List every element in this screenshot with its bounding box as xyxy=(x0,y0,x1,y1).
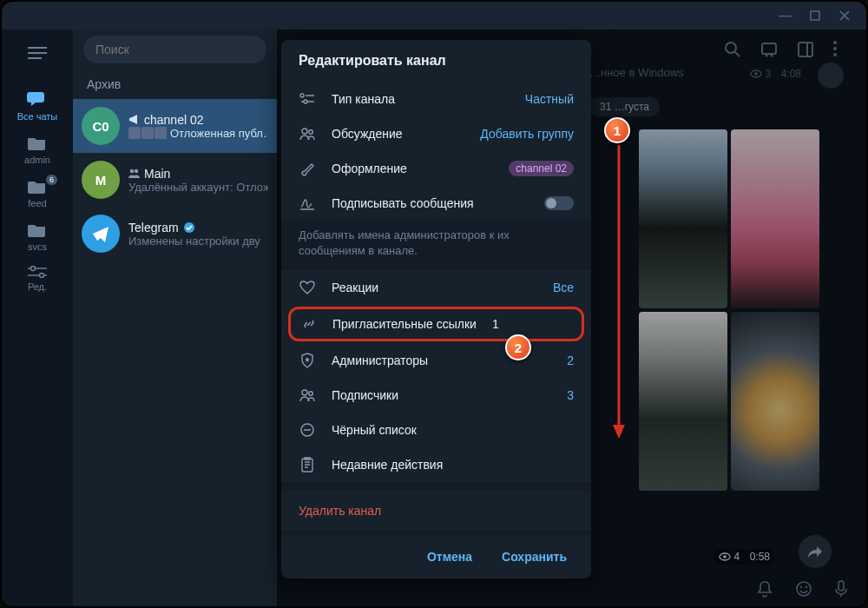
annotation-arrow xyxy=(611,145,627,440)
maximize-icon xyxy=(810,10,820,21)
row-recent-actions[interactable]: Недавние действия xyxy=(281,447,591,482)
cancel-button[interactable]: Отмена xyxy=(417,543,483,571)
rail-admin[interactable]: admin xyxy=(2,129,73,172)
chat-subtitle: Отложенная публ… xyxy=(170,127,268,140)
search-bar xyxy=(73,30,277,69)
sign-toggle[interactable] xyxy=(544,196,574,210)
chats-icon xyxy=(27,90,48,108)
svg-point-27 xyxy=(309,392,313,396)
close-icon xyxy=(839,10,850,21)
archive-label: Архив xyxy=(87,77,121,91)
row-value: 3 xyxy=(567,388,574,402)
folder-icon xyxy=(28,222,47,238)
row-value: Все xyxy=(553,281,574,294)
row-value: Добавить группу xyxy=(480,127,574,141)
unread-badge: 6 xyxy=(46,175,57,185)
group-icon xyxy=(128,168,140,179)
link-icon xyxy=(301,316,317,332)
svg-rect-0 xyxy=(811,11,819,20)
svg-marker-31 xyxy=(613,425,625,439)
chat-item-telegram[interactable]: Telegram Изменены настройки дву xyxy=(73,207,277,261)
row-subscribers[interactable]: Подписчики 3 xyxy=(281,378,591,413)
archive-row[interactable]: Архив xyxy=(73,69,277,99)
svg-point-23 xyxy=(304,100,307,103)
row-channel-type[interactable]: Тип канала Частный xyxy=(281,82,591,116)
window-minimize-button[interactable]: — xyxy=(771,5,800,26)
group-icon xyxy=(299,127,315,141)
appearance-chip: channel 02 xyxy=(509,161,574,176)
chat-title: Telegram xyxy=(128,221,179,235)
row-reactions[interactable]: Реакции Все xyxy=(281,270,591,305)
annotation-marker-2: 2 xyxy=(505,334,531,360)
modal-title: Редактировать канал xyxy=(281,40,591,82)
rail-feed[interactable]: 6 feed xyxy=(2,172,73,215)
row-label: Подписчики xyxy=(332,388,551,402)
row-blacklist[interactable]: Чёрный список xyxy=(281,413,591,447)
verified-icon xyxy=(183,221,195,234)
rail-edit[interactable]: Ред. xyxy=(2,259,73,299)
window-titlebar: — xyxy=(2,2,866,30)
media-thumbs xyxy=(128,127,167,139)
svg-point-3 xyxy=(130,169,135,174)
chat-subtitle: Удалённый аккаунт: Отлож xyxy=(128,181,268,194)
rail-label: Ред. xyxy=(28,281,47,292)
svg-point-22 xyxy=(300,94,304,97)
folder-icon xyxy=(28,179,47,195)
row-label: Оформление xyxy=(332,162,493,175)
menu-icon xyxy=(28,47,47,59)
row-value: Частный xyxy=(525,92,574,106)
svg-point-1 xyxy=(31,267,36,271)
save-button[interactable]: Сохранить xyxy=(491,543,577,571)
members-icon xyxy=(299,388,315,402)
chat-list-column: Архив C0 channel 02 Отложенная публ… M M… xyxy=(73,30,277,606)
heart-icon xyxy=(299,281,315,294)
telegram-icon xyxy=(90,223,111,244)
rail-label: svcs xyxy=(28,241,47,252)
svg-point-24 xyxy=(302,129,307,134)
svg-point-2 xyxy=(40,274,44,278)
log-icon xyxy=(300,457,314,473)
type-icon xyxy=(299,93,315,105)
signature-icon xyxy=(299,196,315,210)
megaphone-icon xyxy=(128,114,140,125)
rail-svcs[interactable]: svcs xyxy=(2,215,73,259)
rail-label: Все чаты xyxy=(17,111,58,122)
minimize-icon: — xyxy=(779,8,792,23)
main-menu-button[interactable] xyxy=(28,38,47,68)
row-sign-messages[interactable]: Подписывать сообщения xyxy=(281,186,591,221)
ban-icon xyxy=(299,422,315,438)
row-discussion[interactable]: Обсуждение Добавить группу xyxy=(281,116,591,151)
svg-point-25 xyxy=(309,130,313,135)
window-close-button[interactable] xyxy=(830,5,859,26)
window-maximize-button[interactable] xyxy=(800,5,830,26)
row-appearance[interactable]: Оформление channel 02 xyxy=(281,151,591,186)
row-label: Тип канала xyxy=(332,92,510,106)
folder-icon xyxy=(28,135,47,151)
delete-channel-button[interactable]: Удалить канал xyxy=(281,491,591,531)
modal-footer: Отмена Сохранить xyxy=(281,535,591,578)
avatar: M xyxy=(82,161,120,199)
avatar: C0 xyxy=(82,107,120,145)
avatar xyxy=(82,215,120,253)
rail-all-chats[interactable]: Все чаты xyxy=(2,83,73,129)
chat-subtitle: Изменены настройки дву xyxy=(128,235,260,248)
row-label: Подписывать сообщения xyxy=(332,196,529,210)
row-label: Реакции xyxy=(332,281,537,294)
edit-channel-modal: Редактировать канал Тип канала Частный О… xyxy=(281,40,591,578)
row-admins[interactable]: Администраторы 2 xyxy=(281,343,591,378)
search-input[interactable] xyxy=(83,36,266,63)
row-invite-links[interactable]: Пригласительные ссылки 1 xyxy=(288,307,584,341)
rail-label: feed xyxy=(28,198,46,208)
row-label: Чёрный список xyxy=(332,423,574,437)
sliders-icon xyxy=(28,266,47,278)
svg-point-26 xyxy=(302,390,307,395)
row-label: Недавние действия xyxy=(332,458,574,472)
annotation-marker-1: 1 xyxy=(604,117,630,143)
chat-item-channel02[interactable]: C0 channel 02 Отложенная публ… xyxy=(73,99,277,153)
chat-item-main[interactable]: M Main Удалённый аккаунт: Отлож xyxy=(73,153,277,207)
admin-icon xyxy=(300,353,314,368)
folder-rail: Все чаты admin 6 feed svcs Ред. xyxy=(2,30,73,606)
chat-title: channel 02 xyxy=(144,113,204,127)
rail-label: admin xyxy=(24,155,50,165)
row-label: Обсуждение xyxy=(332,127,464,141)
